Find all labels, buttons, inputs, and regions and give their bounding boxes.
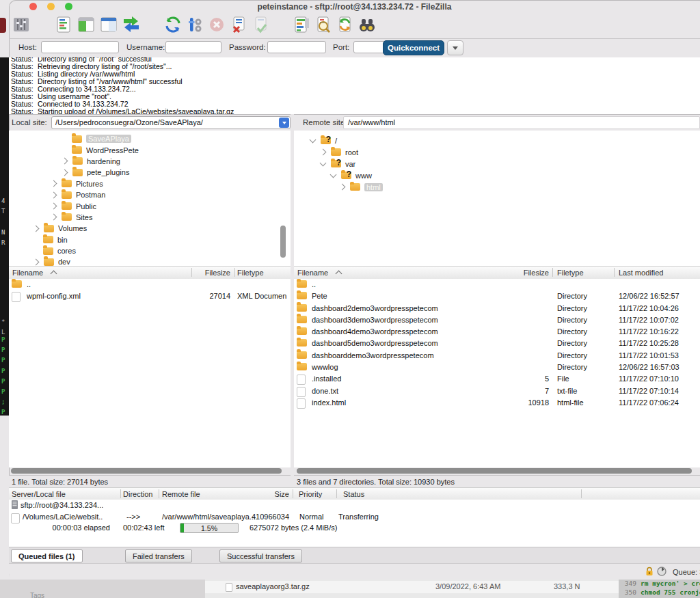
- local-file-list[interactable]: .. wpml-config.xml27014XML Documen: [9, 279, 291, 467]
- chevron-right-icon[interactable]: [51, 203, 57, 210]
- remote-file-list[interactable]: .. PeteDirectory12/06/22 16:52:57 dashbo…: [294, 279, 700, 467]
- tree-item-root[interactable]: root: [294, 146, 700, 158]
- chevron-right-icon[interactable]: [62, 158, 68, 165]
- tree-item-public[interactable]: Public: [9, 200, 291, 211]
- column-last-modified[interactable]: Last modified: [619, 269, 663, 277]
- file-row[interactable]: dashboard4demo3wordpresspetecomDirectory…: [294, 326, 700, 338]
- tree-item-root-slash[interactable]: /: [294, 135, 700, 146]
- column-size[interactable]: Size: [234, 490, 289, 498]
- toggle-local-tree-button[interactable]: [77, 15, 96, 34]
- tree-item-www[interactable]: www: [294, 169, 700, 181]
- column-filetype[interactable]: Filetype: [237, 269, 264, 277]
- column-filename[interactable]: Filename: [12, 269, 43, 277]
- chevron-right-icon[interactable]: [51, 180, 57, 187]
- toggle-remote-tree-button[interactable]: [99, 15, 118, 34]
- username-input[interactable]: [165, 41, 221, 53]
- chevron-down-icon[interactable]: [330, 171, 337, 178]
- column-filename[interactable]: Filename: [297, 269, 328, 277]
- column-divider[interactable]: [159, 489, 159, 498]
- column-filesize[interactable]: Filesize: [173, 269, 230, 277]
- transfer-queue[interactable]: sftp://root@34.133.234... /Volumes/LaCie…: [9, 500, 700, 547]
- disconnect-button[interactable]: [229, 15, 248, 34]
- tree-item-pete-plugins[interactable]: pete_plugins: [9, 167, 291, 178]
- filter-button[interactable]: [292, 15, 311, 34]
- queue-server-row[interactable]: sftp://root@34.133.234...: [9, 500, 700, 511]
- file-row[interactable]: .installed5File11/17/22 07:10:10: [294, 373, 700, 385]
- local-tree-scrollbar[interactable]: [280, 226, 286, 258]
- tree-item-hardening[interactable]: hardening: [9, 156, 291, 167]
- local-site-combobox[interactable]: /Users/pedroconsuegra/Ozone/SaveAPlaya/: [51, 116, 291, 129]
- file-row[interactable]: dashboard5demo3wordpresspetecomDirectory…: [294, 338, 700, 349]
- file-row[interactable]: dashboard2demo3wordpresspetecomDirectory…: [294, 303, 700, 314]
- file-row[interactable]: done.txt7txt-file11/17/22 07:10:14: [294, 385, 700, 397]
- tree-item-postman[interactable]: Postman: [9, 189, 291, 200]
- refresh-button[interactable]: [163, 15, 183, 34]
- speed-limit-icon[interactable]: [657, 567, 667, 579]
- tree-item-var[interactable]: var: [294, 158, 700, 169]
- remote-directory-tree[interactable]: / root var www html: [294, 131, 700, 266]
- file-row-updir[interactable]: ..: [9, 279, 291, 290]
- column-divider[interactable]: [614, 268, 615, 277]
- column-direction[interactable]: Direction: [123, 490, 152, 498]
- chevron-right-icon[interactable]: [339, 184, 346, 191]
- message-log[interactable]: Status:Directory listing of "/root" succ…: [9, 57, 700, 115]
- file-row[interactable]: dashboard3demo3wordpresspetecomDirectory…: [294, 314, 700, 326]
- chevron-right-icon[interactable]: [33, 259, 40, 266]
- column-divider[interactable]: [581, 489, 582, 498]
- column-filetype[interactable]: Filetype: [557, 269, 584, 277]
- column-divider[interactable]: [293, 489, 293, 498]
- file-row[interactable]: dashboarddemo3wordpresspetecomDirectory1…: [294, 350, 700, 362]
- chevron-down-icon[interactable]: [320, 159, 327, 166]
- tree-item-saveaplaya[interactable]: SaveAPlaya: [9, 133, 291, 144]
- tree-item-sites[interactable]: Sites: [9, 212, 291, 223]
- tree-item-wordpresspete[interactable]: WordPressPete: [9, 144, 291, 155]
- tab-failed-transfers[interactable]: Failed transfers: [125, 549, 192, 562]
- remote-site-field[interactable]: /var/www/html: [343, 116, 700, 129]
- cancel-button[interactable]: [207, 15, 226, 34]
- chevron-down-icon[interactable]: [310, 136, 317, 143]
- toggle-queue-button[interactable]: [122, 15, 141, 34]
- column-divider[interactable]: [336, 489, 337, 498]
- tab-successful-transfers[interactable]: Successful transfers: [219, 549, 302, 562]
- tree-item-cores[interactable]: cores: [9, 245, 291, 256]
- column-status[interactable]: Status: [343, 490, 364, 498]
- toggle-log-button[interactable]: [54, 15, 73, 34]
- column-divider[interactable]: [120, 489, 121, 498]
- tree-item-volumes[interactable]: Volumes: [9, 223, 291, 234]
- password-input[interactable]: [267, 41, 326, 53]
- synchronized-browsing-button[interactable]: [336, 15, 355, 34]
- chevron-right-icon[interactable]: [33, 225, 40, 232]
- chevron-right-icon[interactable]: [62, 169, 68, 176]
- chevron-right-icon[interactable]: [51, 191, 57, 198]
- queue-transfer-row[interactable]: /Volumes/LaCie/websit.. -->> /var/www/ht…: [9, 511, 700, 523]
- column-divider[interactable]: [552, 268, 553, 277]
- column-server-local-file[interactable]: Server/Local file: [12, 490, 66, 498]
- process-queue-button[interactable]: [185, 15, 204, 34]
- site-manager-button[interactable]: [12, 15, 31, 34]
- tab-queued-files[interactable]: Queued files (1): [11, 549, 83, 562]
- file-row[interactable]: index.html10918html-file11/17/22 07:06:2…: [294, 397, 700, 409]
- column-filesize[interactable]: Filesize: [492, 269, 549, 277]
- compare-button[interactable]: [314, 15, 333, 34]
- column-divider[interactable]: [234, 268, 235, 277]
- find-files-button[interactable]: [358, 15, 377, 34]
- tree-item-pictures[interactable]: Pictures: [9, 178, 291, 189]
- column-priority[interactable]: Priority: [299, 490, 322, 498]
- tree-item-bin[interactable]: bin: [9, 234, 291, 245]
- file-row[interactable]: PeteDirectory12/06/22 16:52:57: [294, 290, 700, 302]
- chevron-right-icon[interactable]: [320, 149, 327, 156]
- reconnect-button[interactable]: [251, 15, 270, 34]
- combobox-dropdown-button[interactable]: [279, 118, 289, 128]
- tree-item-html[interactable]: html: [294, 181, 700, 193]
- file-row[interactable]: wpml-config.xml27014XML Documen: [9, 290, 291, 302]
- tree-item-dev[interactable]: dev: [9, 256, 291, 266]
- local-directory-tree[interactable]: SaveAPlaya WordPressPete hardening pete_…: [9, 131, 291, 266]
- file-row-updir[interactable]: ..: [294, 279, 700, 290]
- quickconnect-button[interactable]: Quickconnect: [383, 40, 444, 55]
- file-row[interactable]: wwwlogDirectory12/06/22 16:57:03: [294, 362, 700, 373]
- column-remote-file[interactable]: Remote file: [162, 490, 200, 498]
- chevron-right-icon[interactable]: [51, 214, 57, 221]
- host-input[interactable]: [41, 41, 119, 53]
- quickconnect-dropdown-button[interactable]: [447, 40, 463, 55]
- local-list-hscrollbar[interactable]: [11, 468, 282, 474]
